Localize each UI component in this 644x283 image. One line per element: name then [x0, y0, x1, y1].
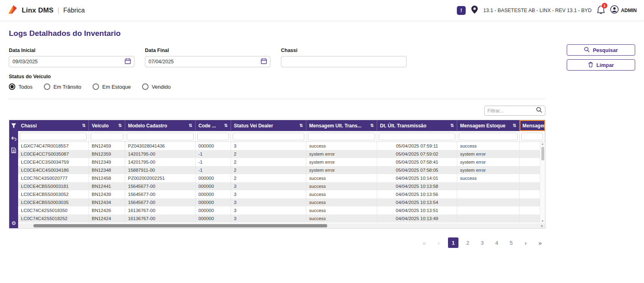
cell-veiculo: BN12349	[89, 158, 125, 166]
cell-mensagem-estoque	[457, 190, 520, 198]
column-filter-veiculo[interactable]	[91, 133, 123, 140]
cell-veiculo: BN12426	[89, 206, 125, 214]
horizontal-scrollbar[interactable]: ►	[18, 223, 545, 228]
table-row[interactable]: LC0CE4CC4S0034186BN1234815887911-00-12sy…	[18, 166, 545, 174]
quick-filter-input[interactable]	[487, 108, 536, 114]
sort-icon[interactable]: ⇅	[513, 123, 516, 128]
cell-code: -1	[196, 166, 231, 174]
column-filter-mensagem-ult-trans[interactable]	[308, 133, 375, 140]
next-page-button[interactable]: ›	[520, 237, 531, 248]
column-header-veiculo[interactable]: Veículo⇅	[89, 120, 125, 131]
inventory-logs-table: ⚙ Chassi⇅Veículo⇅Modelo Cadastro⇅Code ..…	[9, 120, 545, 229]
scroll-down-icon[interactable]: ▼	[541, 219, 544, 223]
calendar-icon[interactable]	[125, 58, 131, 66]
vertical-scrollbar-thumb[interactable]	[541, 147, 544, 160]
column-header-chassi[interactable]: Chassi⇅	[18, 120, 89, 131]
first-page-button[interactable]: «	[419, 237, 429, 248]
column-header-code[interactable]: Code ...⇅	[196, 120, 231, 131]
radio-circle-icon	[93, 83, 99, 90]
feedback-icon[interactable]: !	[457, 6, 466, 15]
radio-label: Vendido	[152, 84, 171, 90]
column-header-status-vei-dealer[interactable]: Status Vei Dealer⇅	[231, 120, 306, 131]
radio-option-todos[interactable]: Todos	[9, 83, 33, 90]
limpar-button[interactable]: Limpar	[567, 59, 635, 71]
data-inicial-input[interactable]	[12, 59, 125, 65]
table-row[interactable]: LC0CE4CB5S0003181BN1244115645677-0000000…	[18, 182, 545, 190]
linx-logo-icon	[7, 4, 18, 17]
user-menu[interactable]: ADMIN	[610, 5, 637, 15]
user-avatar-icon	[610, 5, 619, 15]
page-button-5[interactable]: 5	[506, 237, 516, 248]
page-button-4[interactable]: 4	[491, 237, 502, 248]
table-row[interactable]: LC0C74C42S5018350BN1242616136767-0000000…	[18, 206, 545, 214]
cell-dt-ult-transmissao: 05/04/2025 07:59:02	[377, 150, 457, 158]
prev-page-button[interactable]: ‹	[433, 237, 444, 248]
sort-icon[interactable]: ⇅	[299, 123, 303, 128]
column-label: Mensagem	[522, 123, 545, 129]
sort-icon[interactable]: ⇅	[370, 123, 374, 128]
column-filter-chassi[interactable]	[20, 133, 87, 140]
table-row[interactable]: LC0C74C42S5018252BN1242416136767-0000000…	[18, 214, 545, 223]
cell-status-vei-dealer: 3	[231, 198, 306, 206]
sort-icon[interactable]: ⇅	[224, 123, 228, 128]
sort-icon[interactable]: ⇅	[118, 123, 122, 128]
scroll-right-icon[interactable]: ►	[541, 224, 544, 228]
table-row[interactable]: LC0CE4CC7S0035087BN1235914201795-00-12sy…	[18, 150, 545, 158]
column-filter-dt-ult-transmissao[interactable]	[379, 133, 455, 140]
column-filter-mensagem-estoque[interactable]	[459, 133, 518, 140]
page-button-2[interactable]: 2	[462, 237, 473, 248]
table-row[interactable]: LGXC74C47R0018557BN12459PZ04302804143600…	[18, 142, 545, 150]
cell-code: 000000	[196, 214, 231, 223]
page-button-1[interactable]: 1	[448, 237, 458, 248]
column-filter-code[interactable]	[197, 133, 229, 140]
column-header-mensagem-ult-trans[interactable]: Mensagem Ult. Trans...⇅	[306, 120, 377, 131]
cell-veiculo: BN12434	[89, 198, 125, 206]
vertical-scrollbar[interactable]: ▲ ▼	[540, 142, 545, 223]
gear-icon[interactable]: ⚙	[11, 221, 16, 226]
table-row[interactable]: LC0CE4CB5S0003035BN1243415645677-0000000…	[18, 198, 545, 206]
calendar-icon[interactable]	[261, 58, 267, 66]
cell-chassi: LC0CE4CB5S0003181	[18, 182, 89, 190]
cell-modelo-cadastro: 15645677-00	[125, 182, 196, 190]
column-filter-modelo-cadastro[interactable]	[127, 133, 194, 140]
sort-icon[interactable]: ⇅	[82, 123, 86, 128]
radio-option-em-transito[interactable]: Em Trânsito	[44, 83, 81, 90]
brand-text: Linx DMS	[22, 6, 54, 15]
table-row[interactable]: LC0CE4CB5S0003052BN1243915645677-0000000…	[18, 190, 545, 198]
sort-icon[interactable]: ⇅	[189, 123, 192, 128]
chassi-input[interactable]	[285, 59, 403, 65]
chassi-label: Chassi	[281, 48, 407, 53]
column-filter-status-vei-dealer[interactable]	[233, 133, 304, 140]
scroll-up-icon[interactable]: ▲	[541, 142, 544, 146]
page-button-3[interactable]: 3	[477, 237, 487, 248]
filter-funnel-icon[interactable]	[11, 123, 16, 130]
column-filter-mensagem[interactable]	[521, 133, 543, 140]
last-page-button[interactable]: »	[535, 237, 545, 248]
status-radio-group: TodosEm TrânsitoEm EstoqueVendido	[9, 83, 635, 90]
location-pin-icon[interactable]	[471, 6, 478, 15]
pesquisar-button[interactable]: Pesquisar	[567, 44, 635, 56]
column-header-modelo-cadastro[interactable]: Modelo Cadastro⇅	[125, 120, 196, 131]
radio-circle-icon	[142, 83, 149, 90]
radio-option-vendido[interactable]: Vendido	[142, 83, 171, 90]
cell-veiculo: BN12458	[89, 174, 125, 182]
radio-option-em-estoque[interactable]: Em Estoque	[93, 83, 131, 90]
column-header-mensagem[interactable]: Mensagem	[520, 120, 545, 131]
table-row[interactable]: LC0CE4CC3S0034759BN1234914201795-00-12sy…	[18, 158, 545, 166]
notifications-button[interactable]: 1	[597, 6, 605, 15]
column-header-mensagem-estoque[interactable]: Mensagem Estoque⇅	[457, 120, 520, 131]
horizontal-scrollbar-thumb[interactable]	[33, 224, 327, 227]
column-header-dt-ult-transmissao[interactable]: Dt. Últ. Transmissão⇅	[377, 120, 457, 131]
cell-mensagem-ult-trans: system error	[306, 166, 377, 174]
sort-icon[interactable]: ⇅	[450, 123, 454, 128]
undo-arrow-icon[interactable]	[11, 135, 17, 142]
cell-mensagem-ult-trans: success	[306, 174, 377, 182]
cell-mensagem-estoque: success	[457, 142, 520, 150]
grid-toolbar-strip: ⚙	[9, 120, 18, 228]
status-veiculo-label: Status do Veículo	[9, 74, 635, 79]
table-row[interactable]: LC0C76C43S0020777BN12458PZ00200200225100…	[18, 174, 545, 182]
data-final-input[interactable]	[149, 59, 261, 65]
cell-status-vei-dealer: 3	[231, 182, 306, 190]
export-file-icon[interactable]	[11, 148, 16, 155]
column-label: Veículo	[92, 123, 109, 129]
